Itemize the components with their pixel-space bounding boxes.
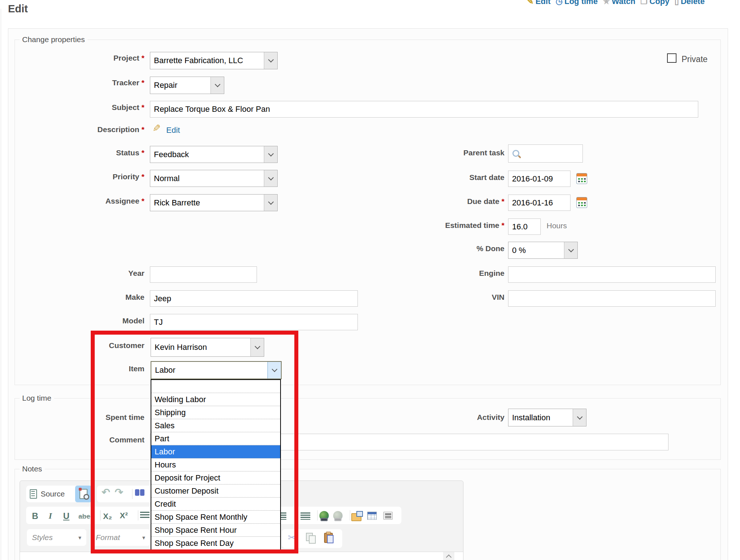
bold-icon[interactable]: B [32,511,38,521]
item-dropdown-option[interactable] [151,380,280,393]
unlink-icon[interactable] [333,511,343,520]
activity-select[interactable]: Installation [508,409,586,426]
chevron-down-icon [250,338,264,356]
item-dropdown-option[interactable]: Part [151,432,280,445]
activity-label: Activity [381,413,504,422]
item-dropdown-option[interactable]: Shop Space Rent Hour [151,524,280,537]
vin-input[interactable] [508,290,716,307]
clock-add-icon: ◷ [556,0,563,5]
source-button[interactable]: Source [30,489,65,499]
justify-icon[interactable] [301,512,310,520]
strikethrough-icon[interactable]: abe [78,512,90,520]
make-label: Make [21,293,144,302]
log-time-legend: Log time [20,394,54,402]
context-link-log-time[interactable]: ◷Log time [556,0,598,6]
priority-label: Priority* [21,172,144,181]
subject-input[interactable] [150,101,698,118]
spent-time-label: Spent time [21,413,144,422]
assignee-select[interactable]: Rick Barrette [150,194,278,211]
change-properties-fieldset: Change properties [15,35,721,385]
preview-button[interactable] [75,486,92,502]
model-label: Model [21,316,144,325]
undo-icon[interactable]: ↶ [102,486,110,498]
chevron-down-icon [267,362,281,379]
find-icon[interactable] [135,489,139,496]
redo-icon[interactable]: ↷ [115,486,123,498]
notes-editor-content[interactable] [20,552,463,560]
pencil-icon: ✎ [527,0,533,5]
estimated-time-input[interactable] [508,218,541,235]
item-dropdown-option[interactable]: Welding Labor [151,393,280,406]
subscript-icon[interactable]: X₂ [103,512,112,521]
item-dropdown-option[interactable]: Deposit for Project [151,471,280,485]
item-dropdown-option[interactable]: Shop Space Rent Monthly [151,511,280,524]
chevron-down-icon [573,409,586,426]
item-dropdown-option[interactable]: Labor [151,445,280,458]
calendar-icon[interactable] [576,197,587,208]
engine-label: Engine [381,269,504,278]
chevron-down-icon [564,242,577,258]
vin-label: VIN [381,293,504,302]
paste-icon[interactable] [324,533,333,543]
calendar-icon[interactable] [576,173,587,184]
superscript-icon[interactable]: X² [120,511,128,520]
due-date-input[interactable] [508,195,571,211]
private-label: Private [682,54,708,64]
tracker-label: Tracker* [21,78,144,87]
chevron-down-icon [210,77,224,94]
year-input[interactable] [150,266,257,283]
change-properties-legend: Change properties [20,35,87,44]
item-dropdown-option[interactable]: Hours [151,458,280,471]
link-icon[interactable] [319,511,329,520]
item-label: Item [21,364,144,373]
text-block-icon[interactable] [383,512,393,520]
chevron-down-icon [264,146,277,163]
pencil-icon: ✎ [152,123,161,134]
status-label: Status* [21,148,144,157]
customer-label: Customer [21,341,144,350]
engine-input[interactable] [508,266,716,283]
chevron-down-icon: ▾ [78,534,81,541]
due-date-label: Due date* [381,197,504,206]
table-icon[interactable] [367,512,377,520]
context-link-delete[interactable]: ▯Delete [675,0,705,6]
context-link-edit[interactable]: ✎Edit [527,0,551,6]
cut-icon[interactable]: ✂ [288,532,296,543]
context-link-copy[interactable]: ❐Copy [641,0,670,6]
context-link-watch[interactable]: ★Watch [603,0,635,6]
comment-label: Comment [21,436,144,444]
description-edit-link[interactable]: Edit [166,126,180,135]
customer-select[interactable]: Kevin Harrison [151,338,264,357]
item-dropdown-option[interactable]: Customer Deposit [151,485,280,498]
estimated-time-label: Estimated time* [381,221,504,230]
make-input[interactable] [150,290,358,307]
numbered-list-icon[interactable] [140,512,150,519]
status-select[interactable]: Feedback [150,146,278,163]
scroll-up-icon [446,555,452,560]
year-label: Year [21,269,144,278]
item-select[interactable]: Labor [151,361,282,379]
project-select[interactable]: Barrette Fabrication, LLC [150,52,278,69]
format-dropdown[interactable]: Format ▾ [91,529,150,546]
item-dropdown-option[interactable]: Shipping [151,406,280,419]
editor-scrollbar[interactable] [443,552,454,560]
notes-legend: Notes [20,465,45,473]
styles-dropdown[interactable]: Styles ▾ [27,529,86,546]
italic-icon[interactable]: I [49,511,52,521]
underline-icon[interactable]: U [63,511,69,521]
copy-icon: ❐ [641,0,648,5]
model-input[interactable] [150,314,358,330]
tracker-select[interactable]: Repair [150,77,224,94]
preview-icon [79,489,87,499]
issue-edit-page: ✎Edit◷Log time★Watch❐Copy▯Delete Edit Ch… [0,0,740,560]
image-icon[interactable] [351,513,361,521]
item-dropdown-option[interactable]: Credit [151,498,280,511]
percent-done-select[interactable]: 0 % [508,242,578,259]
priority-select[interactable]: Normal [150,170,278,187]
start-date-input[interactable] [508,171,571,187]
private-checkbox[interactable] [667,53,676,63]
copy-icon[interactable] [306,533,313,541]
item-dropdown-option[interactable]: Shop Space Rent Day [151,537,280,549]
item-dropdown-option[interactable]: Sales [151,419,280,432]
item-dropdown-list: Welding LaborShippingSalesPartLaborHours… [151,379,281,550]
